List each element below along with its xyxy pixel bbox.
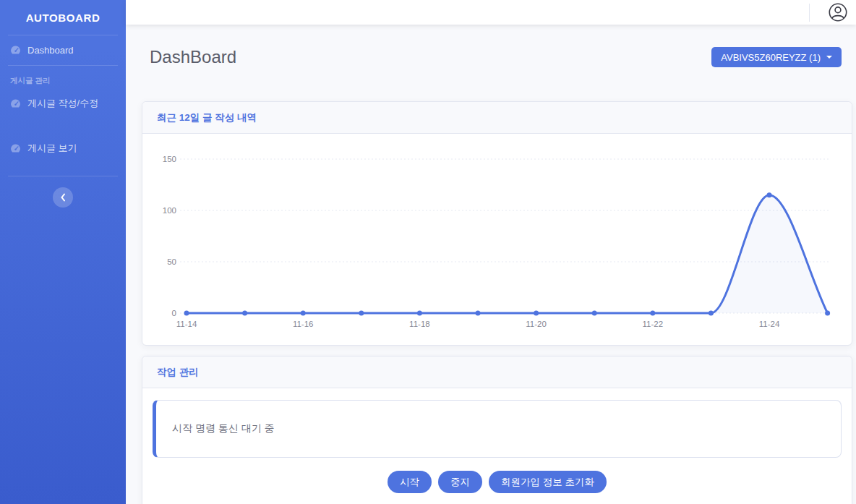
svg-text:11-14: 11-14: [176, 320, 197, 328]
page-content: DashBoard AVBIVS5Z60REYZZ (1) 최근 12일 글 작…: [126, 25, 856, 504]
sidebar-item-label: Dashboard: [27, 45, 74, 56]
sidebar: AUTOBOARD Dashboard 게시글 관리 게시글 작성/수정: [0, 0, 126, 504]
main-area: DashBoard AVBIVS5Z60REYZZ (1) 최근 12일 글 작…: [126, 0, 856, 504]
account-dropdown-button[interactable]: AVBIVS5Z60REYZZ (1): [711, 47, 842, 67]
svg-text:11-24: 11-24: [759, 320, 780, 328]
sidebar-item-post-view[interactable]: 게시글 보기: [0, 132, 126, 164]
job-management-card: 작업 관리 시작 명령 통신 대기 중 시작 중지 회원가입 정보 초기화: [142, 356, 852, 504]
job-status-box: 시작 명령 통신 대기 중: [153, 400, 842, 458]
tachometer-icon: [10, 143, 21, 154]
tachometer-icon: [10, 45, 21, 56]
recent-posts-card-title: 최근 12일 글 작성 내역: [157, 111, 257, 124]
topbar-divider: [809, 4, 810, 22]
sidebar-item-label: 게시글 작성/수정: [27, 97, 98, 110]
svg-text:11-22: 11-22: [643, 320, 664, 328]
account-dropdown-label: AVBIVS5Z60REYZZ (1): [721, 52, 821, 63]
start-button[interactable]: 시작: [388, 471, 432, 493]
sidebar-item-dashboard[interactable]: Dashboard: [0, 35, 126, 65]
topbar: [126, 0, 856, 25]
sidebar-divider: [8, 176, 118, 176]
chevron-left-icon: [60, 193, 66, 202]
sidebar-item-label: 게시글 보기: [27, 142, 77, 155]
recent-posts-card-header: 최근 12일 글 작성 내역: [142, 102, 852, 134]
svg-text:50: 50: [167, 257, 176, 266]
job-management-card-title: 작업 관리: [157, 366, 199, 379]
svg-text:11-18: 11-18: [409, 320, 430, 328]
job-management-card-header: 작업 관리: [142, 356, 852, 388]
recent-posts-chart: 05010015011-1411-1611-1811-2011-2211-24: [142, 134, 852, 345]
svg-text:100: 100: [163, 206, 176, 215]
caret-down-icon: [826, 56, 832, 59]
recent-posts-card: 최근 12일 글 작성 내역 05010015011-1411-1611-181…: [142, 101, 852, 346]
user-menu-button[interactable]: [826, 0, 850, 25]
sidebar-item-post-write-edit[interactable]: 게시글 작성/수정: [0, 87, 126, 119]
job-status-message: 시작 명령 통신 대기 중: [172, 422, 275, 435]
sidebar-section-heading: 게시글 관리: [0, 66, 126, 87]
brand-logo[interactable]: AUTOBOARD: [0, 0, 126, 35]
tachometer-icon: [10, 98, 21, 109]
job-button-row: 시작 중지 회원가입 정보 초기화: [153, 471, 842, 493]
svg-text:0: 0: [172, 309, 176, 317]
sidebar-toggle-button[interactable]: [53, 187, 73, 208]
reset-signup-info-button[interactable]: 회원가입 정보 초기화: [489, 471, 607, 493]
stop-button[interactable]: 중지: [438, 471, 482, 493]
page-title: DashBoard: [150, 47, 236, 67]
svg-text:11-16: 11-16: [293, 320, 314, 328]
svg-text:11-20: 11-20: [526, 320, 547, 328]
svg-text:150: 150: [163, 155, 176, 163]
line-chart-canvas: 05010015011-1411-1611-1811-2011-2211-24: [142, 134, 854, 345]
person-circle-icon: [829, 3, 847, 22]
